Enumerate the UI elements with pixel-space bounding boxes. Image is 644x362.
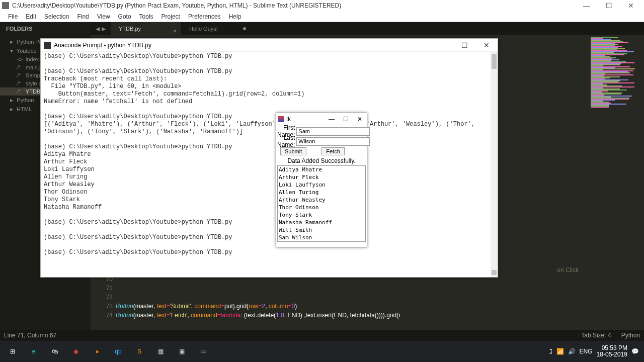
menu-selection[interactable]: Selection [40, 13, 73, 20]
prompt-title-bar[interactable]: Anaconda Prompt - python YTDB.py — ☐ ✕ [41, 39, 498, 52]
last-name-label: Last Name: [277, 134, 296, 148]
tk-maximize[interactable]: ☐ [339, 113, 353, 125]
menu-bar: FileEditSelectionFindViewGotoToolsProjec… [0, 11, 644, 22]
status-bar: Line 71, Column 67 Tab Size: 4 Python [0, 330, 644, 341]
close-button[interactable]: ✕ [620, 0, 642, 11]
menu-edit[interactable]: Edit [22, 13, 40, 20]
taskbar-store[interactable]: 🛍 [44, 341, 65, 362]
menu-project[interactable]: Project [157, 13, 184, 20]
taskbar-edge[interactable]: e [23, 341, 44, 362]
taskbar-chrome[interactable]: ◉ [65, 341, 87, 362]
prompt-body[interactable]: (base) C:\Users\adity\Desktop\Youtube>py… [41, 52, 491, 277]
tk-status: Data Added Successfully. [277, 156, 366, 165]
taskbar-cmd[interactable]: ▣ [171, 341, 192, 362]
maximize-button[interactable]: ☐ [598, 0, 620, 11]
taskbar-notepad[interactable]: ▭ [192, 341, 213, 362]
tab-nav-arrows[interactable]: ◀ ▶ [91, 22, 111, 35]
taskbar-firefox[interactable]: ● [87, 341, 108, 362]
tab-ytdb-py[interactable]: YTDB.py× [111, 22, 181, 35]
menu-view[interactable]: View [93, 13, 114, 20]
notification-icon[interactable]: 💬 [631, 348, 639, 355]
first-name-input[interactable] [296, 127, 370, 136]
fetch-button[interactable]: Fetch [321, 147, 345, 155]
tk-title-bar[interactable]: tk — ☐ ✕ [276, 113, 367, 125]
taskbar-db[interactable]: ▦ [150, 341, 171, 362]
menu-find[interactable]: Find [73, 13, 93, 20]
language[interactable]: ENG [580, 348, 593, 355]
prompt-scrollbar[interactable] [491, 52, 498, 277]
prompt-minimize[interactable]: — [431, 39, 453, 52]
taskbar-start[interactable]: ⊞ [2, 341, 23, 362]
tk-icon [278, 116, 284, 122]
syntax[interactable]: Python [621, 332, 640, 339]
last-name-input[interactable] [296, 137, 370, 146]
dirty-dot-icon [243, 27, 246, 30]
partial-comment: on Click [557, 265, 579, 275]
clock[interactable]: 05:53 PM 18-05-2019 [597, 345, 627, 358]
tray-up-icon[interactable]: ℷ [549, 348, 552, 355]
taskbar: ⊞e🛍◉●qbS▦▣▭ ℷ 📶 🔊 ENG 05:53 PM 18-05-201… [0, 341, 644, 362]
prompt-close[interactable]: ✕ [475, 39, 498, 52]
menu-file[interactable]: File [4, 13, 22, 20]
tab-strip: FOLDERS ◀ ▶ YTDB.py×Hello Guys! [0, 22, 644, 35]
menu-tools[interactable]: Tools [135, 13, 157, 20]
sublime-title-bar: C:\Users\adity\Desktop\Youtube\YTDB.py (… [0, 0, 644, 11]
minimap[interactable] [589, 35, 644, 330]
minimize-button[interactable]: — [576, 0, 598, 11]
wifi-icon[interactable]: 📶 [556, 348, 564, 355]
menu-preferences[interactable]: Preferences [184, 13, 225, 20]
cursor-pos: Line 71, Column 67 [4, 332, 56, 339]
tk-title: tk [286, 116, 291, 123]
menu-help[interactable]: Help [225, 13, 246, 20]
sublime-icon [2, 2, 9, 9]
prompt-title: Anaconda Prompt - python YTDB.py [54, 42, 151, 49]
tk-close[interactable]: ✕ [353, 113, 367, 125]
system-tray: ℷ 📶 🔊 ENG 05:53 PM 18-05-2019 💬 [549, 345, 642, 358]
tab-hello-guys-[interactable]: Hello Guys! [181, 22, 252, 35]
submit-button[interactable]: Submit [280, 147, 306, 155]
tab-size[interactable]: Tab Size: 4 [581, 332, 611, 339]
tk-text-area[interactable]: Aditya Mhatre Arthur Fleck Loki Lauffyso… [277, 165, 366, 242]
taskbar-sublime[interactable]: S [129, 341, 150, 362]
taskbar-qbit[interactable]: qb [108, 341, 129, 362]
prompt-icon [44, 42, 51, 49]
menu-goto[interactable]: Goto [114, 13, 135, 20]
tk-body: First Name: Last Name: Submit Fetch Data… [276, 125, 367, 243]
folders-header: FOLDERS [0, 22, 91, 35]
tk-minimize[interactable]: — [325, 113, 339, 125]
volume-icon[interactable]: 🔊 [568, 348, 576, 355]
window-title: C:\Users\adity\Desktop\Youtube\YTDB.py (… [12, 2, 341, 9]
prompt-maximize[interactable]: ☐ [453, 39, 475, 52]
tk-window[interactable]: tk — ☐ ✕ First Name: Last Name: Submit F… [276, 113, 367, 247]
anaconda-prompt-window[interactable]: Anaconda Prompt - python YTDB.py — ☐ ✕ (… [40, 38, 498, 278]
